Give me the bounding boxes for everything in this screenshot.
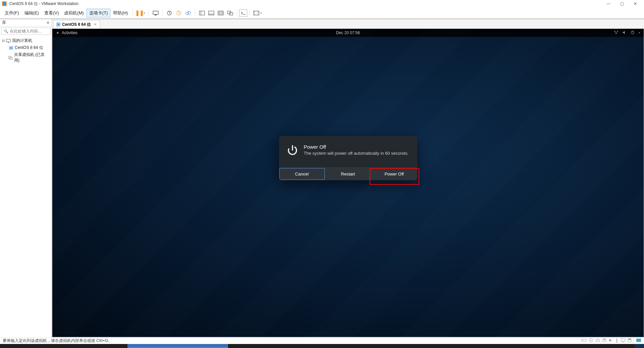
tree-vm-centos[interactable]: CentOS 8 64 位 [1, 44, 51, 51]
separator [149, 9, 149, 17]
library-tree: ⊟ 我的计算机 CentOS 8 64 位 共享虚拟机 (已弃用) [0, 36, 52, 65]
windows-taskbar[interactable] [0, 344, 644, 348]
dialog-text: Power Off The system will power off auto… [304, 144, 409, 156]
menu-vm[interactable]: 虚拟机(M) [61, 9, 87, 17]
search-icon: 🔍 [4, 29, 8, 33]
dialog-message: The system will power off automatically … [304, 151, 409, 156]
vm-tabstrip: CentOS 8 64 位 ✕ [52, 19, 644, 28]
volume-icon[interactable] [623, 30, 627, 36]
vm-canvas[interactable]: Activities Dec 20 07:56 ▾ [52, 28, 644, 337]
gnome-system-tray[interactable]: ▾ [614, 30, 640, 36]
svg-rect-17 [8, 42, 9, 43]
tree-my-computer[interactable]: ⊟ 我的计算机 [1, 37, 51, 44]
separator [237, 9, 237, 17]
sound-icon[interactable] [609, 338, 613, 343]
vm-tab-centos[interactable]: CentOS 8 64 位 ✕ [53, 20, 100, 28]
separator [132, 9, 133, 17]
cd-icon[interactable] [589, 338, 593, 344]
menu-toolbar: 文件(F) 编辑(E) 查看(V) 虚拟机(M) 选项卡(T) 帮助(H) ❚❚… [0, 7, 644, 19]
snapshot-manager-button[interactable] [183, 8, 193, 18]
svg-point-32 [582, 340, 583, 341]
svg-rect-23 [57, 23, 59, 25]
svg-rect-38 [603, 339, 605, 340]
gnome-clock[interactable]: Dec 20 07:56 [336, 30, 360, 35]
snapshot-revert-button[interactable] [174, 8, 183, 18]
vm-tab-icon [56, 22, 60, 26]
svg-rect-0 [153, 11, 158, 14]
tree-label: 共享虚拟机 (已弃用) [14, 52, 50, 63]
cancel-button[interactable]: Cancel [279, 168, 325, 180]
view-unity-button[interactable] [225, 8, 235, 18]
svg-rect-8 [209, 11, 214, 15]
console-button[interactable] [239, 9, 247, 17]
dialog-body: Power Off The system will power off auto… [279, 136, 417, 167]
restart-button[interactable]: Restart [325, 168, 371, 180]
message-icon[interactable] [636, 338, 641, 343]
usb-icon[interactable] [615, 338, 619, 344]
taskbar-right[interactable] [635, 344, 644, 348]
svg-rect-35 [596, 340, 599, 342]
send-ctrl-alt-del-button[interactable] [151, 8, 160, 18]
network-adapter-icon[interactable] [595, 338, 600, 343]
taskbar-active-app[interactable] [127, 344, 228, 348]
library-sidebar: 库 ✕ 🔍 ▾ ⊟ 我的计算机 CentOS 8 64 位 [0, 19, 52, 337]
sidebar-title: 库 [2, 20, 6, 25]
suspend-button[interactable]: ❚❚ [135, 8, 144, 18]
shared-icon [8, 56, 13, 60]
vm-content-area: CentOS 8 64 位 ✕ Activities Dec 20 07:56 [52, 19, 644, 337]
sidebar-close-button[interactable]: ✕ [46, 20, 50, 25]
stretch-dropdown-icon[interactable]: ▾ [260, 11, 262, 15]
menu-help[interactable]: 帮助(H) [110, 9, 130, 17]
network-icon[interactable] [614, 30, 619, 36]
vm-tab-close-icon[interactable]: ✕ [94, 22, 97, 27]
printer-icon[interactable] [602, 338, 607, 343]
view-console-button[interactable] [207, 8, 216, 18]
svg-rect-44 [629, 339, 631, 340]
display-icon[interactable] [621, 338, 626, 343]
sidebar-header: 库 ✕ [0, 19, 52, 26]
separator [162, 9, 163, 17]
guest-desktop-background [52, 29, 644, 337]
menu-edit[interactable]: 编辑(E) [22, 9, 42, 17]
hdd-icon[interactable] [581, 338, 587, 343]
tree-label: CentOS 8 64 位 [15, 45, 43, 51]
floppy-icon[interactable] [628, 338, 632, 343]
svg-rect-37 [603, 340, 606, 341]
svg-rect-11 [219, 12, 222, 14]
gnome-top-bar: Activities Dec 20 07:56 ▾ [52, 29, 644, 37]
tray-separator [634, 339, 634, 343]
expand-icon[interactable]: ⊟ [2, 39, 5, 43]
svg-rect-41 [621, 339, 625, 341]
vmware-app-icon [2, 1, 7, 6]
power-icon[interactable] [631, 30, 635, 36]
snapshot-take-button[interactable] [165, 8, 174, 18]
gnome-logo-icon [56, 31, 60, 35]
minimize-button[interactable]: — [602, 1, 615, 6]
svg-rect-16 [6, 39, 10, 42]
svg-rect-19 [10, 47, 12, 49]
chevron-down-icon[interactable]: ▾ [639, 31, 640, 34]
svg-rect-1 [155, 15, 157, 15]
separator [249, 9, 250, 17]
svg-rect-6 [199, 11, 205, 15]
poweroff-button[interactable]: Power Off [371, 168, 417, 180]
tree-shared-vms[interactable]: 共享虚拟机 (已弃用) [1, 51, 51, 64]
computer-icon [6, 39, 11, 43]
main-area: 库 ✕ 🔍 ▾ ⊟ 我的计算机 CentOS 8 64 位 [0, 19, 644, 337]
maximize-button[interactable]: ▢ [615, 1, 629, 6]
activities-button[interactable]: Activities [62, 30, 77, 35]
menu-view[interactable]: 查看(V) [42, 9, 61, 17]
view-sidebar-button[interactable] [197, 8, 207, 18]
stretch-guest-button[interactable] [252, 8, 261, 18]
status-bar: 要将输入定向到该虚拟机，请在虚拟机内部单击或按 Ctrl+G。 [0, 337, 644, 344]
dialog-title: Power Off [304, 144, 409, 150]
view-fullscreen-button[interactable] [216, 8, 225, 18]
window-titlebar: CentOS 8 64 位 - VMware Workstation — ▢ ✕ [0, 0, 644, 7]
menu-file[interactable]: 文件(F) [2, 9, 22, 17]
power-dropdown-icon[interactable]: ▾ [144, 11, 145, 15]
close-button[interactable]: ✕ [629, 1, 642, 6]
menu-tabs[interactable]: 选项卡(T) [87, 9, 111, 17]
separator [195, 9, 195, 17]
sidebar-search[interactable]: 🔍 ▾ [1, 27, 51, 35]
svg-point-34 [591, 340, 592, 341]
